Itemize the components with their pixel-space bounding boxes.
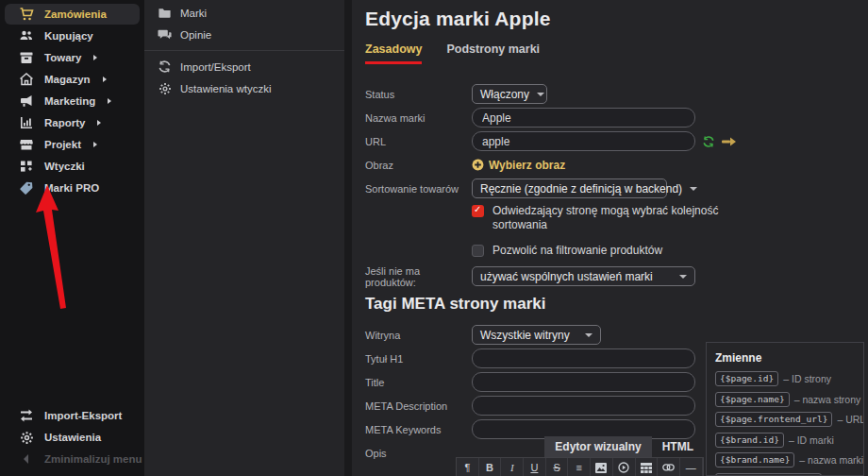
open-url-arrow-icon[interactable]: [722, 137, 736, 146]
sidebar-item-marki-pro[interactable]: Marki PRO: [5, 178, 140, 198]
list-button[interactable]: ≡: [568, 458, 591, 476]
sidebar-footer: Import-Eksport Ustawienia Zminimalizuj m…: [0, 405, 144, 470]
submenu-caret-icon: [93, 55, 97, 60]
tab-zasadowy[interactable]: Zasadowy: [365, 42, 422, 64]
submenu-item-import-eksport[interactable]: Import/Eksport: [144, 56, 344, 77]
sorting-row: Sortowanie towarów Ręcznie (zgodnie z de…: [365, 178, 868, 198]
sidebar-item-label: Kupujący: [44, 30, 93, 42]
chevron-down-icon: [585, 333, 593, 337]
paragraph-button[interactable]: ¶: [457, 458, 479, 476]
variable-description: – ID strony: [783, 373, 831, 384]
submenu-item-opinie[interactable]: Opinie: [144, 24, 344, 45]
sidebar-item-import-eksport[interactable]: Import-Eksport: [5, 405, 140, 426]
sidebar-item-raporty[interactable]: Raporty: [5, 112, 140, 133]
sidebar-item-label: Towary: [44, 52, 81, 63]
strikethrough-button[interactable]: S: [546, 458, 569, 476]
variable-row: {$brand.id} – ID marki: [715, 433, 855, 448]
variable-chip[interactable]: {$page.id}: [715, 371, 778, 386]
sidebar-item-towary[interactable]: Towary: [5, 47, 140, 68]
image-row: Obraz Wybierz obraz: [365, 155, 868, 175]
status-label: Status: [365, 89, 472, 100]
h1-title-input[interactable]: [472, 348, 695, 368]
variable-chip[interactable]: {$brand.image_url}: [715, 473, 822, 476]
link-icon: [662, 464, 675, 471]
variable-chip[interactable]: {$page.name}: [715, 392, 790, 407]
visitor-sorting-checkbox-label[interactable]: Odwiedzający stronę mogą wybrać kolejnoś…: [492, 204, 771, 232]
tab-podstrony-marki[interactable]: Podstrony marki: [446, 42, 540, 64]
variable-chip[interactable]: {$page.frontend_url}: [715, 412, 832, 427]
underline-button[interactable]: U: [524, 458, 546, 476]
h1-title-label: Tytuł H1: [365, 353, 472, 365]
site-select[interactable]: Wszystkie witryny: [472, 325, 601, 345]
site-select-value: Wszystkie witryny: [480, 329, 570, 342]
chevron-down-icon: [679, 275, 687, 279]
insert-link-button[interactable]: [658, 458, 680, 476]
filter-products-checkbox[interactable]: [472, 245, 484, 257]
bold-button[interactable]: B: [479, 458, 502, 476]
filter-products-checkbox-label[interactable]: Pozwolić na filtrowanie produktów: [492, 244, 662, 258]
filter-products-checkbox-row: Pozwolić na filtrowanie produktów: [472, 244, 868, 258]
url-input[interactable]: [472, 131, 695, 151]
no-products-select[interactable]: używać wspólnych ustawień marki: [472, 266, 695, 286]
no-products-label: Jeśli nie ma produktów:: [365, 265, 472, 288]
users-icon: [19, 28, 34, 43]
submenu-item-label: Opinie: [180, 29, 211, 41]
variable-row: {$brand.image_url} – URL obrazu: [715, 473, 855, 476]
sidebar-item-zamowienia[interactable]: Zamówienia: [5, 4, 140, 25]
editor-tab-visual[interactable]: Edytor wizualny: [544, 436, 651, 457]
chevron-down-icon: [690, 187, 697, 191]
variable-row: {$page.frontend_url} – URL strony: [715, 412, 855, 427]
variable-row: {$page.name} – nazwa strony: [715, 392, 855, 407]
sorting-select[interactable]: Ręcznie (zgodnie z definicją w backend): [472, 178, 667, 198]
page-title: Edycja marki Apple: [365, 8, 868, 30]
variable-chip[interactable]: {$brand.id}: [715, 433, 784, 448]
variable-chip[interactable]: {$brand.name}: [715, 452, 794, 468]
sidebar-item-marketing[interactable]: Marketing: [5, 91, 140, 111]
no-products-select-value: używać wspólnych ustawień marki: [480, 270, 653, 283]
sidebar-item-label: Zminimalizuj menu: [44, 453, 142, 465]
sidebar-item-wtyczki[interactable]: Wtyczki: [5, 156, 140, 177]
title-label: Title: [365, 377, 472, 388]
url-actions: [702, 135, 736, 148]
sidebar-item-zminimalizuj-menu[interactable]: Zminimalizuj menu: [5, 449, 140, 469]
italic-button[interactable]: I: [501, 458, 524, 476]
choose-image-link[interactable]: Wybierz obraz: [472, 159, 565, 172]
no-products-row: Jeśli nie ma produktów: używać wspólnych…: [365, 266, 868, 286]
submenu-item-ustawienia-wtyczki[interactable]: Ustawienia wtyczki: [144, 77, 344, 99]
variable-description: – ID marki: [789, 434, 834, 446]
variable-row: {$page.id} – ID strony: [715, 371, 855, 386]
gear-icon: [19, 430, 34, 445]
visitor-sorting-checkbox-row: Odwiedzający stronę mogą wybrać kolejnoś…: [472, 204, 868, 232]
sidebar-item-label: Marketing: [44, 95, 95, 107]
tab-bar: Zasadowy Podstrony marki: [365, 42, 868, 64]
sidebar-item-kupujacy[interactable]: Kupujący: [5, 26, 140, 46]
submenu-panel: Marki Opinie Import/Eksport Ustawienia: [144, 0, 344, 476]
title-input[interactable]: [472, 372, 695, 392]
insert-image-button[interactable]: [591, 458, 613, 476]
cart-icon: [19, 7, 34, 22]
bar-chart-icon: [19, 115, 34, 130]
brand-name-row: Nazwa marki: [365, 108, 868, 128]
image-icon: [595, 463, 607, 473]
visitor-sorting-checkbox[interactable]: [472, 205, 484, 217]
video-icon: [618, 462, 629, 473]
refresh-url-icon[interactable]: [702, 135, 715, 148]
sidebar-item-projekt[interactable]: Projekt: [5, 134, 140, 155]
status-select[interactable]: Włączony: [472, 84, 547, 104]
site-label: Witryna: [365, 330, 472, 341]
status-select-value: Włączony: [480, 88, 529, 101]
variable-row: {$brand.name} – nazwa marki: [715, 452, 855, 468]
brand-name-input[interactable]: [472, 108, 695, 128]
horizontal-rule-button[interactable]: —: [680, 458, 703, 476]
insert-table-button[interactable]: [636, 458, 659, 476]
sidebar-item-ustawienia[interactable]: Ustawienia: [5, 427, 140, 448]
editor-tab-html[interactable]: HTML: [652, 436, 704, 457]
submenu-caret-icon: [93, 142, 97, 147]
meta-description-input[interactable]: [472, 396, 695, 416]
insert-video-button[interactable]: [613, 458, 636, 476]
submenu-item-label: Marki: [180, 8, 207, 19]
sidebar-item-magazyn[interactable]: Magazyn: [5, 69, 140, 90]
submenu-caret-icon: [108, 98, 111, 104]
description-editor: Edytor wizualny HTML ¶ B I U S ≡ —: [456, 436, 704, 476]
submenu-item-marki[interactable]: Marki: [144, 2, 344, 24]
